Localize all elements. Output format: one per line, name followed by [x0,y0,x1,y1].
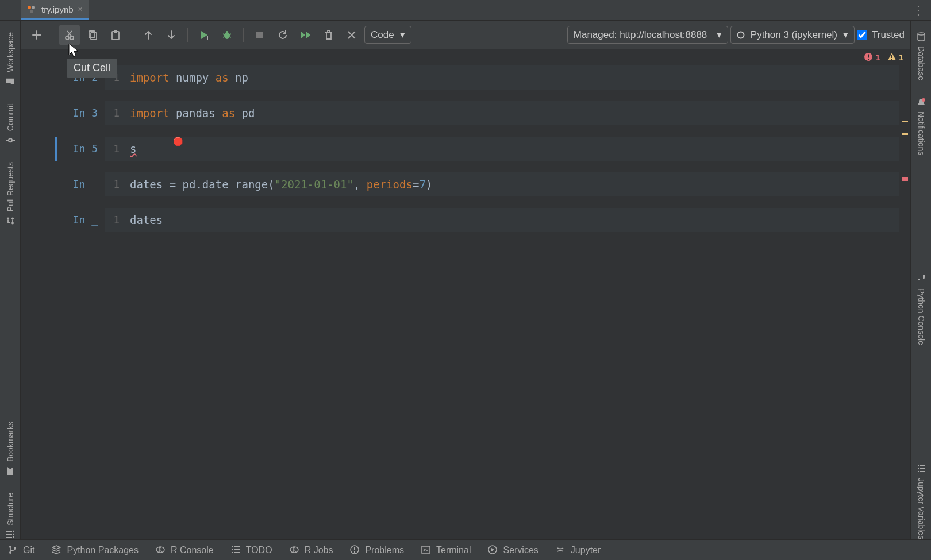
cell-type-dropdown[interactable]: Code ▾ [364,26,411,44]
warning-count[interactable]: 1 [887,52,903,62]
minimap[interactable] [898,113,909,539]
bottom-item-pypkg[interactable]: Python Packages [52,545,139,555]
cell-code[interactable]: import numpy as np [128,65,899,90]
rail-item-database[interactable]: Database [917,32,926,80]
rail-item-pull[interactable]: Pull Requests [6,162,15,225]
bottom-item-label: TODO [246,545,272,555]
svg-point-11 [922,98,925,102]
cut-cell-button[interactable] [59,25,80,45]
rail-item-label: Structure [6,493,15,526]
rail-item-structure[interactable]: Structure [6,493,15,539]
notebook-icon [26,4,37,14]
svg-point-12 [66,36,69,40]
notebook-cells-container[interactable]: In 2 1 import numpy as np In 3 1 import … [21,64,910,539]
rail-item-jupvars[interactable]: Jupyter Variables [917,464,926,539]
cell-line-number: 1 [105,172,128,196]
notebook-cell[interactable]: In _ 1 dates = pd.date_range("2021-01-01… [55,172,899,196]
cell-code[interactable]: 🛑s [128,137,899,161]
server-dropdown[interactable]: Managed: http://localhost:8888 ▾ [567,26,728,44]
jupyter-icon [556,545,566,555]
rail-item-notifications[interactable]: Notifications [917,98,926,155]
bottom-item-problems[interactable]: Problems [350,545,404,555]
file-tab[interactable]: try.ipynb × [21,0,89,20]
svg-rect-17 [114,30,117,33]
bottom-item-terminal[interactable]: Terminal [421,545,471,555]
move-cell-up-button[interactable] [138,25,159,45]
svg-point-21 [737,32,744,38]
rail-item-bookmarks[interactable]: Bookmarks [6,422,15,476]
svg-point-10 [918,33,925,35]
error-bulb-icon[interactable]: 🛑 [173,137,183,146]
svg-rect-23 [868,55,869,58]
trusted-checkbox[interactable]: Trusted [857,29,905,41]
svg-rect-36 [354,551,355,553]
rail-item-workspace[interactable]: Workspace [6,32,15,86]
rail-item-label: Pull Requests [6,162,15,211]
list-icon [917,464,926,473]
python-icon [917,275,926,284]
svg-rect-9 [13,531,14,532]
inspection-status[interactable]: 1 1 [21,49,910,64]
notebook-cell[interactable]: In 5 1 🛑s [55,137,899,161]
trusted-label: Trusted [872,29,905,41]
svg-text:R: R [159,547,163,553]
svg-point-27 [9,546,11,548]
notebook-cell[interactable]: In _ 1 dates [55,208,899,232]
error-count[interactable]: 1 [864,52,880,62]
notebook-cell[interactable]: In 2 1 import numpy as np [55,65,899,90]
cell-type-value: Code [371,29,394,41]
add-cell-button[interactable] [26,25,47,45]
clear-output-button[interactable] [341,25,362,45]
bottom-item-todo[interactable]: TODO [231,545,272,555]
rail-item-pyconsole[interactable]: Python Console [917,275,926,345]
tab-filename: try.ipynb [41,5,74,14]
cell-exec-label: In _ [55,208,105,232]
terminal-icon [421,545,432,555]
svg-rect-25 [891,55,892,58]
rail-item-commit[interactable]: Commit [6,103,15,145]
structure-icon [6,530,15,539]
svg-rect-16 [112,32,119,40]
run-cell-button[interactable] [194,25,214,45]
r-icon: R [290,545,300,555]
bottom-item-services[interactable]: Services [488,545,538,555]
notebook-cell[interactable]: In 3 1 import pandas as pd [55,101,899,125]
cell-code[interactable]: dates [128,208,899,232]
alert-icon [350,545,360,555]
svg-rect-24 [868,59,869,60]
cell-code[interactable]: import pandas as pd [128,101,899,125]
cell-exec-label: In _ [55,172,105,196]
separator [132,28,132,42]
debug-cell-button[interactable] [217,25,237,45]
bottom-tool-strip: GitPython PackagesRR ConsoleTODORR JobsP… [0,539,931,560]
run-all-button[interactable] [295,25,316,45]
bottom-item-label: R Console [171,545,214,555]
bottom-item-label: Problems [365,545,404,555]
trusted-input[interactable] [857,30,867,40]
bell-icon [917,98,926,107]
delete-cell-button[interactable] [318,25,339,45]
bottom-item-jupyter[interactable]: Jupyter [556,545,601,555]
restart-kernel-button[interactable] [272,25,293,45]
copy-cell-button[interactable] [82,25,103,45]
tab-overflow-menu[interactable]: ⋮ [913,3,925,17]
bottom-item-git[interactable]: Git [8,545,34,555]
bottom-item-label: Python Packages [67,545,139,555]
stop-button[interactable] [249,25,270,45]
cell-code[interactable]: dates = pd.date_range("2021-01-01", peri… [128,172,899,196]
bottom-item-rconsole[interactable]: RR Console [156,545,214,555]
bottom-item-rjobs[interactable]: RR Jobs [290,545,333,555]
chevron-down-icon: ▾ [843,29,848,41]
close-tab-icon[interactable]: × [78,5,83,14]
separator [243,28,244,42]
bookmark-icon [6,466,15,476]
rail-item-label: Python Console [917,288,926,345]
svg-point-28 [9,551,11,554]
server-value: Managed: http://localhost:8888 [574,29,707,41]
move-cell-down-button[interactable] [161,25,182,45]
rail-item-label: Database [917,46,926,80]
play-icon [488,545,498,555]
paste-cell-button[interactable] [105,25,126,45]
kernel-dropdown[interactable]: Python 3 (ipykernel) ▾ [730,26,855,44]
bottom-item-label: Git [23,545,34,555]
